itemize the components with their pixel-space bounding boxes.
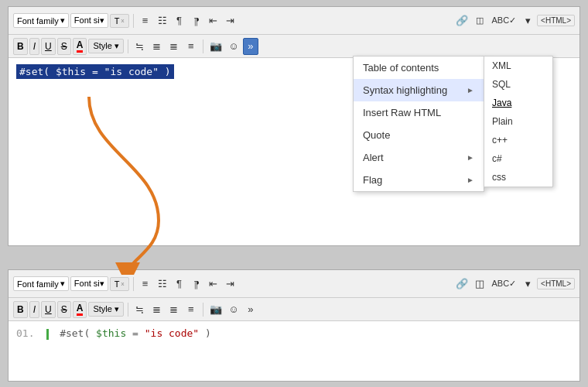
font-size-select[interactable]: Font si▾ bbox=[70, 13, 108, 28]
bottom-more-button[interactable]: » bbox=[243, 301, 258, 318]
bottom-toolbar-2: B I U S A Style ▾ ≒ ≣ ≣ ≡ 📷 ☺ » bbox=[9, 298, 579, 321]
bottom-spellcheck-dropdown[interactable]: ▾ bbox=[520, 276, 535, 293]
strikethrough-button[interactable]: S bbox=[57, 38, 71, 55]
html-label: <HTML> bbox=[541, 16, 571, 25]
dropdown-item-flag[interactable]: Flag ► bbox=[354, 169, 484, 191]
bottom-font-color-button[interactable]: A bbox=[73, 301, 87, 318]
bottom-outdent-button[interactable]: ¶ bbox=[189, 276, 204, 293]
submenu-item-css[interactable]: css bbox=[484, 168, 552, 187]
submenu-item-csharp[interactable]: c# bbox=[484, 149, 552, 168]
line-number: 01. bbox=[16, 327, 34, 339]
bottom-toolbar-1: Font family ▾ Font si▾ Tx ≡ ☷ ¶ ¶ ⇤ ⇥ 🔗 … bbox=[9, 270, 579, 298]
separator bbox=[133, 14, 134, 28]
alert-label: Alert bbox=[363, 152, 384, 163]
chevron-down-icon: ▾ bbox=[60, 15, 65, 26]
underline-button[interactable]: U bbox=[41, 38, 56, 55]
style-button[interactable]: Style ▾ bbox=[88, 39, 124, 53]
bottom-link-button[interactable]: 🔗 bbox=[453, 276, 470, 293]
bottom-strike-button[interactable]: S bbox=[57, 301, 71, 318]
bottom-underline-button[interactable]: U bbox=[41, 301, 56, 318]
flag-label: Flag bbox=[363, 174, 382, 186]
image-button[interactable]: 📷 bbox=[207, 38, 224, 55]
outdent-button[interactable]: ¶ bbox=[189, 12, 204, 29]
decrease-indent-button[interactable]: ⇤ bbox=[206, 12, 221, 29]
rawhtml-label: Insert Raw HTML bbox=[363, 107, 441, 118]
bottom-indent-button[interactable]: ¶ bbox=[172, 276, 187, 293]
bottom-italic-button[interactable]: I bbox=[29, 301, 39, 318]
align-center-button[interactable]: ≣ bbox=[149, 38, 165, 55]
bottom-style-label: Style ▾ bbox=[93, 304, 119, 314]
font-family-select[interactable]: Font family ▾ bbox=[13, 13, 69, 28]
flag-arrow-icon: ► bbox=[467, 176, 474, 184]
align-right-button[interactable]: ≣ bbox=[166, 38, 182, 55]
bottom-align-justify-button[interactable]: ≡ bbox=[183, 301, 199, 318]
dropdown-item-alert[interactable]: Alert ► bbox=[354, 146, 484, 169]
bottom-html-label: <HTML> bbox=[541, 279, 571, 288]
bottom-style-button[interactable]: Style ▾ bbox=[88, 302, 124, 317]
separator3 bbox=[203, 39, 203, 53]
bottom-editor-content[interactable]: 01. #set( $this = "is code" ) bbox=[9, 321, 579, 368]
submenu-scroll[interactable]: XML SQL Java Plain c++ c# css bbox=[484, 57, 552, 187]
dropdown-item-quote[interactable]: Quote bbox=[354, 124, 484, 146]
bottom-unordered-list-button[interactable]: ≡ bbox=[138, 276, 153, 293]
bottom-spellcheck-button[interactable]: ABC✓ bbox=[489, 276, 518, 293]
align-justify-button[interactable]: ≡ bbox=[183, 38, 199, 55]
code-var: $this bbox=[96, 327, 126, 339]
css-label: css bbox=[492, 172, 506, 183]
tx-button[interactable]: Tx bbox=[110, 14, 129, 28]
code-selected-text: #set( $this = "is code" ) bbox=[16, 64, 174, 79]
bottom-increase-indent-button[interactable]: ⇥ bbox=[223, 276, 238, 293]
tx-label: T bbox=[115, 16, 120, 26]
bottom-align-left-button[interactable]: ≒ bbox=[132, 301, 148, 318]
submenu-item-xml[interactable]: XML bbox=[484, 57, 552, 75]
table-button[interactable]: ◫ bbox=[472, 12, 487, 29]
submenu-item-cpp[interactable]: c++ bbox=[484, 131, 552, 149]
indent-button[interactable]: ¶ bbox=[172, 12, 187, 29]
unordered-list-button[interactable]: ≡ bbox=[138, 12, 153, 29]
bottom-align-center-button[interactable]: ≣ bbox=[149, 301, 165, 318]
quote-label: Quote bbox=[363, 129, 390, 141]
submenu-item-java[interactable]: Java bbox=[484, 94, 552, 112]
ordered-list-button[interactable]: ☷ bbox=[155, 12, 170, 29]
bottom-ordered-list-button[interactable]: ☷ bbox=[155, 276, 170, 293]
submenu-item-plain[interactable]: Plain bbox=[484, 112, 552, 131]
bottom-bold-button[interactable]: B bbox=[13, 301, 28, 318]
bottom-font-family-label: Font family bbox=[17, 279, 59, 289]
align-left-button[interactable]: ≒ bbox=[132, 38, 148, 55]
bottom-image-button[interactable]: 📷 bbox=[207, 301, 224, 318]
spellcheck-dropdown[interactable]: ▾ bbox=[520, 12, 535, 29]
java-label: Java bbox=[492, 98, 511, 108]
bottom-align-right-button[interactable]: ≣ bbox=[166, 301, 182, 318]
bottom-html-button[interactable]: <HTML> bbox=[537, 278, 575, 289]
bottom-emoji-button[interactable]: ☺ bbox=[226, 301, 241, 318]
html-button[interactable]: <HTML> bbox=[537, 15, 575, 26]
cursor-indicator bbox=[46, 329, 49, 340]
bottom-font-family-select[interactable]: Font family ▾ bbox=[13, 276, 69, 291]
syntax-label: Syntax highlighting bbox=[363, 84, 447, 96]
bottom-font-size-label: Font si▾ bbox=[74, 279, 104, 289]
bottom-separator bbox=[133, 277, 134, 291]
bottom-table-button[interactable]: ◫ bbox=[472, 276, 487, 293]
increase-indent-button[interactable]: ⇥ bbox=[223, 12, 238, 29]
bottom-decrease-indent-button[interactable]: ⇤ bbox=[206, 276, 221, 293]
alert-arrow-icon: ► bbox=[467, 153, 474, 162]
dropdown-item-rawhtml[interactable]: Insert Raw HTML bbox=[354, 101, 484, 124]
sql-label: SQL bbox=[492, 79, 511, 90]
dropdown-item-toc[interactable]: Table of contents bbox=[354, 57, 484, 79]
more-button[interactable]: » bbox=[243, 38, 258, 55]
italic-button[interactable]: I bbox=[29, 38, 39, 55]
bottom-sep2 bbox=[128, 303, 128, 317]
emoji-button[interactable]: ☺ bbox=[226, 38, 241, 55]
bottom-editor: Font family ▾ Font si▾ Tx ≡ ☷ ¶ ¶ ⇤ ⇥ 🔗 … bbox=[8, 269, 580, 382]
toc-label: Table of contents bbox=[363, 62, 439, 74]
submenu-item-sql[interactable]: SQL bbox=[484, 75, 552, 94]
bold-button[interactable]: B bbox=[13, 38, 28, 55]
link-button[interactable]: 🔗 bbox=[453, 12, 470, 29]
bottom-font-size-select[interactable]: Font si▾ bbox=[70, 276, 108, 291]
font-color-button[interactable]: A bbox=[73, 38, 87, 55]
style-label: Style ▾ bbox=[93, 41, 119, 51]
cpp-label: c++ bbox=[492, 135, 508, 146]
dropdown-item-syntax[interactable]: Syntax highlighting ► bbox=[354, 79, 484, 101]
bottom-tx-button[interactable]: Tx bbox=[110, 277, 129, 291]
spellcheck-button[interactable]: ABC✓ bbox=[489, 12, 518, 29]
